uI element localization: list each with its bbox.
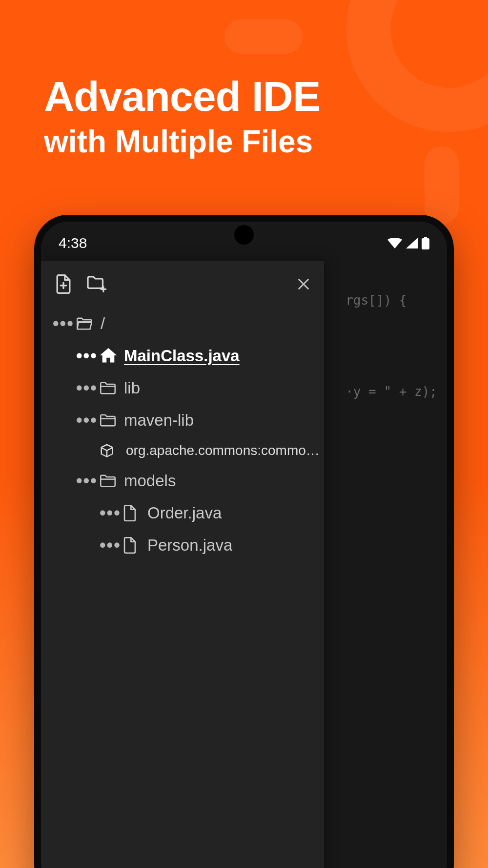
tree-item-label: lib (121, 379, 140, 397)
status-time: 4:38 (59, 235, 87, 251)
headline-line1: Advanced IDE (44, 73, 320, 120)
tree-root-label: / (98, 314, 105, 333)
tree-item-lib[interactable]: ••• lib (41, 372, 324, 404)
headline-line2: with Multiple Files (44, 124, 320, 159)
tree-item-mainclass[interactable]: ••• MainClass.java (41, 340, 324, 372)
svg-rect-1 (422, 238, 429, 249)
package-icon (100, 443, 121, 458)
panel-toolbar (41, 270, 324, 303)
new-file-button[interactable] (53, 273, 74, 295)
app-screen: 4:38 rgs[]) { ·y = " + z); (41, 222, 447, 868)
tree-item-label: org.apache.commons:commo… (121, 443, 320, 458)
wifi-icon (387, 238, 402, 248)
tree-item-label: maven-lib (121, 411, 194, 430)
signal-icon (406, 238, 418, 248)
tree-item-label: Order.java (144, 504, 222, 522)
new-folder-icon (86, 275, 107, 293)
file-tree: ••• / ••• MainClass.java ••• (41, 303, 324, 561)
tree-item-models[interactable]: ••• models (41, 465, 324, 497)
file-icon (123, 505, 144, 521)
folder-icon (100, 474, 121, 488)
code-editor-background: rgs[]) { ·y = " + z); (346, 285, 437, 407)
tree-root[interactable]: ••• / (41, 308, 324, 340)
folder-open-icon (76, 317, 98, 331)
status-icons (387, 237, 429, 249)
folder-icon (100, 413, 121, 427)
tree-item-label: MainClass.java (121, 347, 240, 365)
file-icon (123, 537, 144, 554)
close-panel-button[interactable] (293, 273, 314, 295)
marketing-headline: Advanced IDE with Multiple Files (44, 73, 320, 159)
new-folder-button[interactable] (86, 273, 107, 295)
battery-icon (422, 237, 429, 249)
tree-item-label: models (121, 472, 176, 490)
new-file-icon (55, 274, 72, 294)
svg-rect-0 (424, 237, 427, 238)
phone-mockup: 4:38 rgs[]) { ·y = " + z); (34, 215, 454, 868)
home-icon (100, 348, 121, 364)
tree-item-package[interactable]: org.apache.commons:commo… (41, 436, 324, 465)
tree-item-person[interactable]: ••• Person.java (41, 529, 324, 561)
tree-item-mavenlib[interactable]: ••• maven-lib (41, 404, 324, 436)
folder-icon (100, 381, 121, 395)
file-explorer-panel: ••• / ••• MainClass.java ••• (41, 261, 324, 868)
phone-camera-notch (234, 225, 254, 245)
close-icon (297, 277, 310, 291)
tree-item-label: Person.java (144, 536, 232, 555)
tree-item-order[interactable]: ••• Order.java (41, 497, 324, 529)
